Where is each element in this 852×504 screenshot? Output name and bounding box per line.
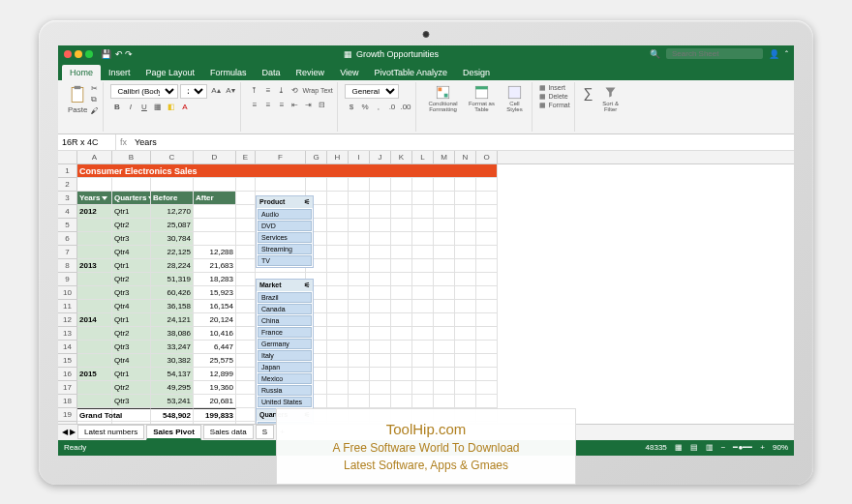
cell[interactable] — [370, 192, 391, 205]
cell[interactable] — [236, 354, 256, 368]
border-button[interactable]: ▦ — [151, 101, 164, 113]
align-center-icon[interactable]: ≡ — [261, 99, 274, 111]
cell[interactable]: Qtr4 — [112, 300, 151, 313]
align-right-icon[interactable]: ≡ — [275, 99, 288, 111]
paste-button[interactable]: Paste — [66, 84, 89, 115]
col-header[interactable]: H — [327, 151, 349, 163]
cell[interactable] — [412, 273, 434, 286]
cell[interactable] — [327, 273, 349, 286]
cell[interactable] — [236, 327, 256, 341]
slicer-item[interactable]: United States — [258, 397, 312, 407]
cell[interactable] — [391, 219, 412, 232]
cell[interactable] — [391, 395, 412, 408]
increase-decimal-icon[interactable]: .0 — [385, 101, 398, 113]
merge-button[interactable]: ⊟ — [316, 99, 328, 111]
cell[interactable] — [77, 381, 112, 395]
cell[interactable] — [434, 219, 455, 232]
decrease-decimal-icon[interactable]: .00 — [399, 101, 411, 113]
cell[interactable] — [349, 232, 370, 246]
fx-icon[interactable]: fx — [116, 137, 131, 147]
conditional-formatting-button[interactable]: Conditional Formatting — [423, 84, 462, 113]
cell[interactable]: 20,124 — [194, 313, 236, 327]
cell[interactable]: 199,833 — [194, 408, 236, 422]
cell[interactable] — [434, 381, 455, 395]
cell[interactable] — [455, 232, 476, 246]
cell[interactable] — [412, 395, 434, 408]
undo-icon[interactable]: ↶ — [115, 49, 123, 59]
slicer-item[interactable]: TV — [258, 255, 312, 266]
cell[interactable] — [349, 219, 370, 232]
cell[interactable] — [370, 381, 391, 395]
cell[interactable]: Qtr2 — [112, 219, 151, 232]
cell[interactable] — [349, 259, 370, 273]
slicer-item[interactable]: China — [258, 315, 312, 326]
cell[interactable]: 18,283 — [194, 273, 236, 286]
cell[interactable] — [327, 178, 349, 192]
cell[interactable] — [236, 408, 256, 422]
cell[interactable]: Qtr1 — [112, 259, 151, 273]
align-top-icon[interactable]: ⤒ — [248, 84, 260, 97]
format-cells-button[interactable]: ▦ Format — [539, 102, 569, 109]
slicer-item[interactable]: Italy — [258, 350, 312, 361]
tab-insert[interactable]: Insert — [101, 65, 138, 80]
filter-icon[interactable]: ⚟ — [304, 282, 310, 289]
cell[interactable] — [455, 327, 476, 341]
cell[interactable]: 53,241 — [151, 395, 194, 408]
row-header[interactable]: 16 — [58, 368, 76, 381]
cell[interactable] — [370, 232, 391, 246]
spreadsheet-grid[interactable]: ABCDEFGHIJKLMNO 123456789101112131415161… — [58, 151, 794, 424]
cell[interactable] — [455, 395, 476, 408]
cell[interactable]: Qtr2 — [112, 381, 151, 395]
cell[interactable] — [370, 178, 391, 192]
cell[interactable] — [412, 327, 434, 341]
tab-page-layout[interactable]: Page Layout — [138, 65, 203, 80]
cell[interactable] — [391, 232, 412, 246]
cell[interactable] — [370, 368, 391, 381]
cell[interactable]: 10,416 — [194, 327, 236, 341]
share-icon[interactable]: 👤 — [769, 49, 779, 59]
format-painter-icon[interactable]: 🖌 — [91, 106, 99, 115]
cell[interactable] — [327, 286, 349, 300]
cell[interactable]: Qtr3 — [112, 286, 151, 300]
cell[interactable] — [434, 368, 455, 381]
cell[interactable] — [306, 178, 327, 192]
slicer-item[interactable]: Services — [258, 232, 312, 243]
col-header[interactable]: O — [476, 151, 498, 163]
col-header[interactable]: C — [151, 151, 194, 163]
cell[interactable] — [327, 354, 349, 368]
cell[interactable] — [236, 395, 256, 408]
cell[interactable] — [349, 246, 370, 259]
cell[interactable] — [236, 422, 256, 424]
cells-area[interactable]: Consumer Electronics SalesYearsQuartersB… — [77, 164, 794, 424]
tab-view[interactable]: View — [332, 65, 366, 80]
row-header[interactable]: 8 — [58, 259, 76, 273]
cell[interactable] — [370, 327, 391, 341]
slicer-item[interactable]: DVD — [258, 221, 312, 231]
cell[interactable]: Years — [77, 192, 112, 205]
cell[interactable] — [370, 313, 391, 327]
cell[interactable] — [77, 422, 112, 424]
cell[interactable] — [476, 395, 498, 408]
cell[interactable] — [455, 205, 476, 219]
col-header[interactable]: A — [77, 151, 112, 163]
col-header[interactable]: K — [391, 151, 412, 163]
cell[interactable] — [77, 246, 112, 259]
cell[interactable]: 51,319 — [151, 273, 194, 286]
slicer-item[interactable]: Canada — [258, 304, 312, 314]
cell[interactable]: Qtr4 — [112, 246, 151, 259]
cell[interactable] — [327, 341, 349, 354]
cell[interactable] — [112, 422, 151, 424]
col-header[interactable]: G — [306, 151, 327, 163]
comma-icon[interactable]: , — [372, 101, 384, 113]
cell[interactable]: 15,923 — [194, 286, 236, 300]
cell[interactable] — [77, 341, 112, 354]
cell[interactable] — [434, 259, 455, 273]
cell[interactable] — [236, 178, 256, 192]
minimize-button[interactable] — [75, 50, 82, 58]
slicer-item[interactable]: Japan — [258, 362, 312, 372]
slicer-item[interactable]: Germany — [258, 339, 312, 349]
cell[interactable] — [434, 286, 455, 300]
cell[interactable] — [77, 219, 112, 232]
cell[interactable]: 38,086 — [151, 327, 194, 341]
cell[interactable] — [370, 205, 391, 219]
